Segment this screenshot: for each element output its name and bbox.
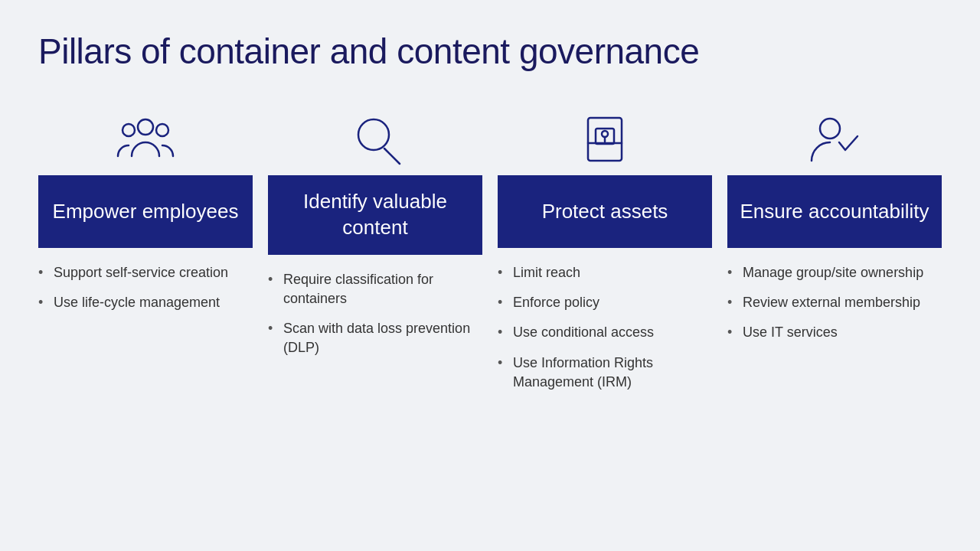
list-item: Limit reach (498, 263, 712, 282)
pillar-identify-list: Require classification for containers Sc… (268, 270, 482, 369)
list-item: Use IT services (727, 323, 942, 342)
svg-point-1 (122, 124, 135, 136)
list-item: Manage group/site ownership (727, 263, 942, 282)
pillars-container: Empower employees Support self-service c… (38, 103, 942, 403)
pillar-empower: Empower employees Support self-service c… (38, 103, 253, 323)
pillar-empower-icon-area (38, 103, 253, 175)
pillar-ensure-header: Ensure accountability (727, 175, 942, 248)
search-icon (345, 109, 406, 170)
svg-point-2 (156, 124, 168, 136)
page-container: Pillars of container and content governa… (0, 0, 980, 551)
svg-point-3 (358, 119, 389, 150)
pillar-protect-icon-area (498, 103, 712, 175)
pillar-ensure: Ensure accountability Manage group/site … (727, 103, 942, 354)
list-item: Use life-cycle management (38, 293, 253, 312)
pillar-ensure-list: Manage group/site ownership Review exter… (727, 263, 942, 354)
svg-point-10 (820, 119, 840, 139)
pillar-identify: Identify valuable content Require classi… (268, 103, 482, 368)
list-item: Support self-service creation (38, 263, 253, 282)
pillar-protect-list: Limit reach Enforce policy Use condition… (498, 263, 712, 403)
pillar-empower-header: Empower employees (38, 175, 253, 248)
pillar-identify-header: Identify valuable content (268, 175, 482, 255)
svg-point-0 (138, 119, 153, 135)
list-item: Scan with data loss prevention (DLP) (268, 319, 482, 357)
list-item: Use Information Rights Management (IRM) (498, 354, 712, 392)
pillar-identify-icon-area (268, 103, 482, 175)
people-icon (115, 109, 176, 170)
svg-line-4 (384, 148, 400, 164)
shield-icon (574, 109, 635, 170)
list-item: Use conditional access (498, 323, 712, 342)
list-item: Review external membership (727, 293, 942, 312)
pillar-ensure-icon-area (727, 103, 942, 175)
list-item: Require classification for containers (268, 270, 482, 308)
page-title: Pillars of container and content governa… (38, 31, 942, 72)
pillar-empower-list: Support self-service creation Use life-c… (38, 263, 253, 323)
pillar-protect-header: Protect assets (498, 175, 712, 248)
person-check-icon (804, 109, 865, 170)
list-item: Enforce policy (498, 293, 712, 312)
pillar-protect: Protect assets Limit reach Enforce polic… (498, 103, 712, 403)
